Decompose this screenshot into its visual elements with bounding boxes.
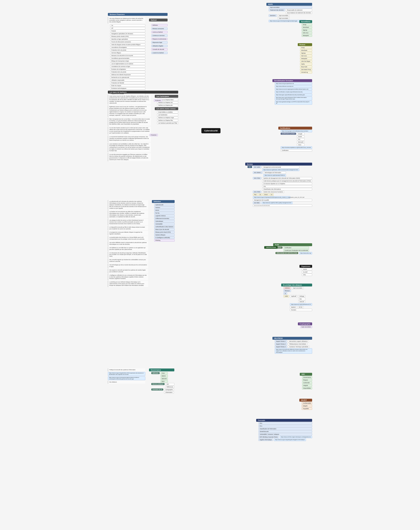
iso-smsi: Système de Management de la Sécurité de … xyxy=(262,177,312,179)
iso-act: Act xyxy=(269,193,274,196)
rgpd-responsable: Responsable du traitement xyxy=(286,9,312,11)
normes-header: Normes xyxy=(245,163,312,165)
definition-cat: Définition xyxy=(152,200,175,203)
iso-14001-url[interactable]: https://www.iso.org/fr/isoiec-14001-envi… xyxy=(262,169,299,171)
menaces: Menaces à la sécurité et à la vie privé xyxy=(110,54,145,57)
sens-url5[interactable]: https://www.giac.org/certification/secur… xyxy=(275,94,312,96)
ddos-def: Une attaque de déni de service ou DDoS (… xyxy=(108,219,148,225)
definition-section: La cybersécurité est le domaine de prote… xyxy=(108,200,175,287)
chapeau-gris-text: Rien n'est jamais tout noir ou tout blan… xyxy=(108,118,151,126)
helpdesk-n2: Support Niveau 2 xyxy=(275,343,287,345)
surv-gouv: Surveillance gouvernementales xyxy=(110,57,145,59)
actifs-label: Actifs xyxy=(283,295,289,297)
trois-principaux: Les 3 principaux xyxy=(155,95,178,98)
dev: Dev xyxy=(298,298,305,300)
concepts-hygiene-url[interactable]: https://www.ssi.gouv.fr/guide/guide-dhyg… xyxy=(274,439,306,441)
audit-header: Audit xyxy=(273,243,312,246)
chapeau-bleu-label: Hackeur au chapeau bleu xyxy=(157,119,178,121)
iso-20000-url[interactable]: https://www.iso.org/fr/standard/70636.ht xyxy=(263,174,286,177)
iso-cnl: CNL xyxy=(262,185,312,188)
script-kiddies-text: Ce sont des hackers amateurs qui ne crée… xyxy=(108,127,151,134)
autres-moins-connus: Les autres moins connus xyxy=(155,107,178,110)
pentest-section: Pentest Nmap WireShark Sigmap Kali Linux… xyxy=(298,43,312,74)
sens-url7[interactable]: https://www.globalknowledge.com/FR/Forma… xyxy=(275,101,312,105)
iso-14001-mgmt: Management environnemental xyxy=(262,166,299,168)
helpdesk-header: HELPDESK xyxy=(272,337,312,340)
gov-mehari: MEHARI xyxy=(161,378,168,380)
gov-urban: Urbanisation xyxy=(164,391,174,394)
secteurs-financiers: Secteurs Financiers xyxy=(108,13,168,16)
protection-label-2: Protection xyxy=(150,134,158,136)
cert-url-google[interactable]: https://cloud.google.com/certification/c… xyxy=(281,130,312,132)
byod: BYOD xyxy=(298,306,304,308)
contenus-services: Contenus et services xyxy=(151,34,168,37)
helpdesk-n3: Support Niveau 3 xyxy=(275,346,287,348)
sens-url6[interactable]: http://www.isaca.org/Certification/CISM-… xyxy=(275,96,312,100)
iso-mesures: 10 mesures réparties sur 14 chapitres xyxy=(262,182,312,185)
phishing-def: Le phishing est une méthode d'attaque in… xyxy=(108,281,148,287)
normes-section: Normes ISO ISO 14001 Management environn… xyxy=(245,163,312,207)
pentest-hydra: Hydra xyxy=(300,63,312,65)
antivirus-sujet: Sujet secondaire xyxy=(292,287,304,289)
iso-27003: ISO 27003 xyxy=(253,191,261,193)
rgpd-header: RGPD xyxy=(266,3,312,6)
sens-url2[interactable]: https://www.offensive-security.com xyxy=(275,85,312,88)
pentest-kali: Kali Linux xyxy=(300,55,312,57)
iso-9000-url[interactable]: https://www.iso.org/fr/iso-9001-quality-… xyxy=(262,202,293,204)
iso-classif: Classification des informations xyxy=(262,188,312,190)
sensibilisation-section: Sensibilisation formation https://www.ni… xyxy=(272,79,312,105)
rgs-url[interactable]: https://www.ssi.gouv.fr/entreprise/regle… xyxy=(108,376,145,380)
gov-ebios: EBIOS xyxy=(161,375,168,377)
iso-mgmt-qualite: Management de la qualité xyxy=(253,199,312,201)
audit-org-url[interactable]: https://www.afnor.org xyxy=(299,252,312,254)
grc-integrite: Intégrité xyxy=(302,384,312,387)
applicatif-label: Applicatif xyxy=(290,295,297,297)
pentest-burp: Burp Suite xyxy=(300,66,312,68)
pentest-wireshark: WireShark xyxy=(300,49,312,52)
util-resp: Utilisation responsable xyxy=(110,79,145,81)
pentest-john: John the Ripper xyxy=(300,60,312,62)
repression-legal: Répression légal xyxy=(151,41,168,44)
i2p: I2P xyxy=(110,27,145,29)
cyber-def-text: La cybersécurité est le domaine de prote… xyxy=(108,200,148,210)
cert-url-csa[interactable]: https://cloudsecurityalliance.org/educat… xyxy=(281,147,312,149)
script-kiddies-label: Script kiddies ou skiddies xyxy=(157,111,178,113)
sens-url1[interactable]: https://www.nist.gov/cyberframe-wk xyxy=(275,83,312,85)
cert-microsoft: Microsoft xyxy=(297,141,305,143)
iso-pdca-url[interactable]: https://www.ssi.gouv.fr/uploads/2019/09/… xyxy=(253,196,290,198)
pentest-aircrack: Aircrack-ng xyxy=(300,71,312,74)
pentest-nmap: Nmap xyxy=(300,46,312,49)
helpdesk-url[interactable]: https://www.microsoft.fr/les-differents-… xyxy=(275,348,312,354)
sens-url3[interactable]: https://www.eccouncil.org/programs/certi… xyxy=(275,88,312,90)
defense-lib: Défense de la liberté d'expression xyxy=(110,74,145,76)
journalisme: Journalisme d'investigation xyxy=(110,46,145,48)
def-ddos: DDOS xyxy=(154,209,175,211)
rgpd-section: RGPD Sujet secondaire Traitement des don… xyxy=(266,3,312,22)
acces-darknet: Accès au Darknet xyxy=(151,31,168,33)
sens-url4[interactable]: https://certification.comptia.org/certif… xyxy=(275,91,312,93)
def-cyberattaque: Cyberattaque xyxy=(154,220,175,222)
services-ill: Services illégaux xyxy=(110,52,145,54)
darknet-section: Secteurs Financiers Une zone d'internet … xyxy=(108,13,168,95)
gouvernance-section: Politique de sécurité des systèmes d'inf… xyxy=(108,368,174,394)
utilisations-legales: Utilisations légales xyxy=(151,45,168,47)
isc2-url[interactable]: https://www.isc2.org/Certifications/CCS xyxy=(290,303,312,306)
chiffrement-def: La transformation des données en un form… xyxy=(108,236,148,241)
def-antivirus: Logiciels Antivirus xyxy=(154,215,175,217)
marches: Marchés en ligne spécialisés xyxy=(110,38,145,40)
cert-isu: ISU xyxy=(297,138,305,140)
protection-vie: Protection de la vie privée xyxy=(110,49,145,51)
pentest-header: Pentest xyxy=(298,43,312,46)
tor: Tor xyxy=(110,24,145,27)
iso-plan: Plan xyxy=(253,193,258,196)
bonnes-pratiques-label: Bonnes pratiques xyxy=(151,383,165,385)
chapeau-gris-label: Hackeur au chapeau gris xyxy=(157,104,178,106)
evol-legis: Évolution de la législation xyxy=(110,68,145,70)
concepts-bcr-url[interactable]: https://www.cnil.fr/les-regles-historiqu… xyxy=(280,436,312,438)
concepts-hygiene: Hygiène informatique xyxy=(258,439,273,441)
pentest-zap: Zed Attack Proxy xyxy=(300,68,312,71)
tor-browser: Navigateurs spécialisés (Tor Browser) xyxy=(110,32,145,35)
ebios-url[interactable]: https://www.ssi.gouv.fr/guide/ebios-2010… xyxy=(108,372,145,376)
parefeu-def: Un dispositif de sécurité qui filtre le … xyxy=(108,226,148,230)
inventaire-si-label: Inventaire du SI xyxy=(151,388,163,391)
